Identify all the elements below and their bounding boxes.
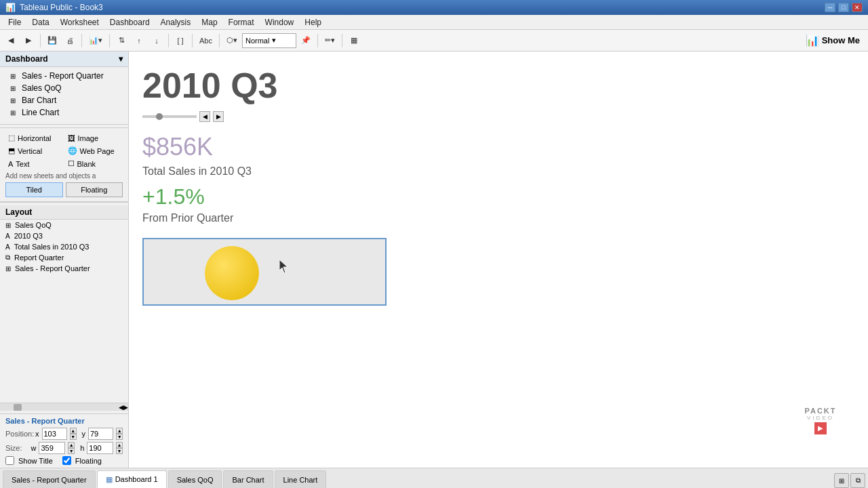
window-controls[interactable]: ─ □ ✕ <box>825 3 863 12</box>
sep3 <box>109 34 110 47</box>
minimize-button[interactable]: ─ <box>825 3 835 12</box>
dropdown-arrow-icon: ▾ <box>272 36 276 45</box>
obj-webpage[interactable]: 🌐 Web Page <box>65 145 123 157</box>
packt-subtext: VIDEO <box>807 415 834 421</box>
tab-dashboard-1[interactable]: ▦ Dashboard 1 <box>97 470 167 488</box>
layout-list: ⊞ Sales QoQ A 2010 Q3 A Total Sales in 2… <box>0 220 128 403</box>
obj-image[interactable]: 🖼 Image <box>65 132 123 144</box>
menu-file[interactable]: File <box>3 16 26 28</box>
tiled-button[interactable]: Tiled <box>5 182 63 197</box>
sidebar-item-bar-chart[interactable]: ⊞ Bar Chart <box>0 94 128 106</box>
y-input[interactable]: 79 <box>88 428 113 440</box>
slider-thumb[interactable] <box>156 113 163 120</box>
obj-blank[interactable]: ☐ Blank <box>65 158 123 169</box>
layout-item-total-sales[interactable]: A Total Sales in 2010 Q3 <box>0 241 128 252</box>
collapse-icon[interactable]: ▾ <box>119 54 123 64</box>
x-stepper[interactable]: ▲ ▼ <box>70 428 77 440</box>
view-mode-dropdown[interactable]: Normal ▾ <box>242 33 296 48</box>
layout-section: Layout ⊞ Sales QoQ A 2010 Q3 A Total Sal… <box>0 202 128 413</box>
sidebar-label-bar: Bar Chart <box>22 96 56 105</box>
x-input[interactable]: 103 <box>42 428 67 440</box>
h-input[interactable]: 190 <box>87 442 113 454</box>
sidebar-item-sales-qoq[interactable]: ⊞ Sales QoQ <box>0 82 128 94</box>
h-step-up[interactable]: ▲ <box>116 442 123 448</box>
menu-help[interactable]: Help <box>299 16 327 28</box>
label-button[interactable]: Abc <box>196 33 216 49</box>
menu-analysis[interactable]: Analysis <box>155 16 197 28</box>
save-button[interactable]: 💾 <box>44 33 60 49</box>
dashboard-btn[interactable]: ▦ <box>346 33 362 49</box>
menu-map[interactable]: Map <box>196 16 222 28</box>
h-stepper[interactable]: ▲ ▼ <box>116 442 123 454</box>
layout-item-report-quarter[interactable]: ⧉ Report Quarter <box>0 252 128 263</box>
canvas-area[interactable]: 2010 Q3 ◀ ▶ $856K Total Sales in 2010 Q3… <box>129 52 868 468</box>
chart-type-button[interactable]: 📊▾ <box>85 33 106 49</box>
tab-bar-chart[interactable]: Bar Chart <box>223 470 273 488</box>
size-row: Size: w 359 ▲ ▼ h 190 ▲ ▼ <box>5 442 123 454</box>
position-label: Position: <box>5 430 33 438</box>
y-label: y <box>82 430 86 438</box>
x-step-down[interactable]: ▼ <box>70 434 77 440</box>
tab-sales-qoq[interactable]: Sales QoQ <box>168 470 222 488</box>
y-stepper[interactable]: ▲ ▼ <box>116 428 123 440</box>
back-button[interactable]: ◀ <box>3 33 19 49</box>
w-step-down[interactable]: ▼ <box>68 448 75 454</box>
grid-icon-3: ⊞ <box>8 96 18 105</box>
restore-button[interactable]: □ <box>838 3 849 12</box>
sort-asc-button[interactable]: ↑ <box>131 33 147 49</box>
layout-item-sales-qoq[interactable]: ⊞ Sales QoQ <box>0 220 128 230</box>
layout-hscrollbar[interactable]: ◀ ▶ <box>0 403 128 411</box>
menu-window[interactable]: Window <box>260 16 300 28</box>
sidebar-item-sales-report-quarter[interactable]: ⊞ Sales - Report Quarter <box>0 70 128 82</box>
position-row: Position: x 103 ▲ ▼ y 79 ▲ ▼ <box>5 428 123 440</box>
menu-format[interactable]: Format <box>223 16 260 28</box>
layout-item-sales-report[interactable]: ⊞ Sales - Report Quarter <box>0 263 128 274</box>
show-title-checkbox[interactable] <box>5 456 14 465</box>
slider-next-button[interactable]: ▶ <box>213 111 224 122</box>
h-step-down[interactable]: ▼ <box>116 448 123 454</box>
floating-button[interactable]: Floating <box>66 182 123 197</box>
chart-placeholder[interactable] <box>142 238 387 306</box>
slider-track[interactable] <box>142 115 197 118</box>
y-step-up[interactable]: ▲ <box>116 428 123 434</box>
layout-item-quarter[interactable]: A 2010 Q3 <box>0 230 128 241</box>
obj-horizontal[interactable]: ⬚ Horizontal <box>5 132 64 144</box>
tab-line-chart[interactable]: Line Chart <box>275 470 327 488</box>
menu-worksheet[interactable]: Worksheet <box>55 16 104 28</box>
packt-logo: PACKT VIDEO ▶ <box>787 407 854 434</box>
sidebar-label-sales-report: Sales - Report Quarter <box>22 71 104 81</box>
show-me-label[interactable]: Show Me <box>822 35 860 45</box>
y-step-down[interactable]: ▼ <box>116 434 123 440</box>
vertical-icon: ⬒ <box>8 146 15 155</box>
duplicate-sheet-button[interactable]: ⧉ <box>850 473 865 488</box>
w-stepper[interactable]: ▲ ▼ <box>68 442 75 454</box>
menu-dashboard[interactable]: Dashboard <box>104 16 155 28</box>
w-step-up[interactable]: ▲ <box>68 442 75 448</box>
obj-text[interactable]: A Text <box>5 158 64 169</box>
sales-label: Total Sales in 2010 Q3 <box>142 165 854 178</box>
webpage-icon: 🌐 <box>68 146 77 155</box>
tab-sales-report-quarter[interactable]: Sales - Report Quarter <box>3 470 96 488</box>
x-step-up[interactable]: ▲ <box>70 428 77 434</box>
swap-button[interactable]: ⇅ <box>113 33 130 49</box>
marks-button[interactable]: ⬡▾ <box>223 33 241 49</box>
pin-button[interactable]: 📌 <box>298 33 314 49</box>
divider1 <box>0 124 128 125</box>
print-button[interactable]: 🖨 <box>62 33 78 49</box>
close-button[interactable]: ✕ <box>852 3 863 12</box>
pen-button[interactable]: ✏▾ <box>321 33 338 49</box>
scroll-right-btn[interactable]: ▶ <box>123 404 128 411</box>
sep5 <box>192 34 193 47</box>
floating-checkbox[interactable] <box>62 456 71 465</box>
slider-prev-button[interactable]: ◀ <box>199 111 210 122</box>
obj-vertical[interactable]: ⬒ Vertical <box>5 145 64 157</box>
sort-desc-button[interactable]: ↓ <box>149 33 165 49</box>
group-button[interactable]: [ ] <box>172 33 189 49</box>
new-sheet-button[interactable]: ⊞ <box>834 473 849 488</box>
menu-data[interactable]: Data <box>26 16 54 28</box>
sep1 <box>40 34 41 47</box>
w-input[interactable]: 359 <box>39 442 65 454</box>
scroll-left-btn[interactable]: ◀ <box>119 404 123 411</box>
sidebar-item-line-chart[interactable]: ⊞ Line Chart <box>0 106 128 119</box>
forward-button[interactable]: ▶ <box>20 33 37 49</box>
